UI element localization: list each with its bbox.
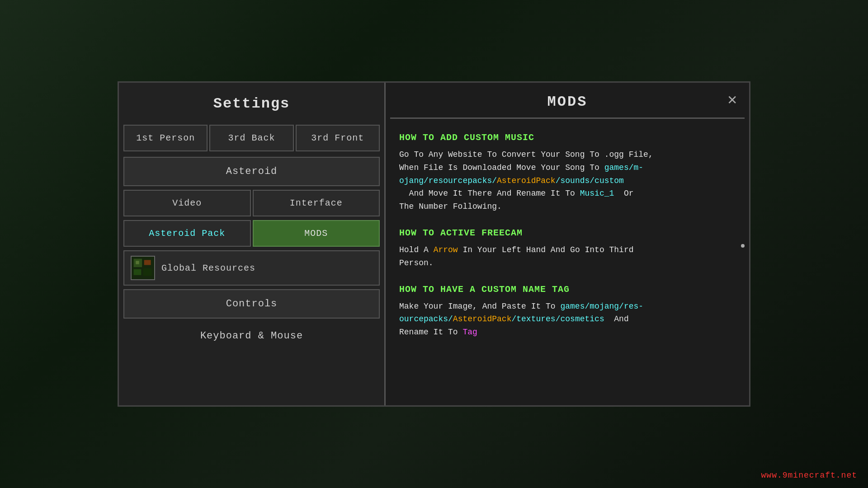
divider-line (390, 117, 745, 119)
section-title-custom-music: HOW TO ADD CUSTOM MUSIC (399, 131, 736, 145)
global-resources-icon (131, 256, 155, 280)
controls-btn[interactable]: Controls (123, 289, 380, 319)
global-resources-label: Global Resources (161, 263, 255, 273)
view-buttons-row: 1st Person 3rd Back 3rd Front (119, 121, 384, 155)
settings-title: Settings (119, 83, 384, 121)
keyboard-btn[interactable]: Keyboard & Mouse (123, 322, 380, 350)
mods-nav-btn[interactable]: MODS (253, 220, 380, 247)
scrollbar-dot (741, 244, 745, 248)
global-resources-row[interactable]: Global Resources (123, 250, 380, 286)
right-panel: MODS ✕ HOW TO ADD CUSTOM MUSIC Go To Any… (386, 83, 749, 405)
section-freecam: HOW TO ACTIVE FREECAM Hold A Arrow In Yo… (399, 226, 736, 270)
watermark: www.9minecraft.net (761, 471, 857, 480)
section-body-name-tag: Make Your Image, And Paste It To games/m… (399, 300, 736, 339)
svg-rect-6 (132, 257, 154, 279)
right-header: MODS ✕ (386, 83, 749, 117)
section-body-freecam: Hold A Arrow In Your Left Hand And Go In… (399, 244, 736, 270)
section-name-tag: HOW TO HAVE A CUSTOM NAME TAG Make Your … (399, 282, 736, 339)
mid-buttons-row: Video Interface (119, 188, 384, 218)
left-panel: Settings 1st Person 3rd Back 3rd Front A… (119, 83, 386, 405)
interface-btn[interactable]: Interface (253, 190, 380, 216)
content-area[interactable]: HOW TO ADD CUSTOM MUSIC Go To Any Websit… (386, 126, 749, 405)
main-dialog: Settings 1st Person 3rd Back 3rd Front A… (118, 81, 750, 407)
pack-buttons-row: Asteroid Pack MODS (119, 218, 384, 249)
mods-title: MODS (547, 94, 588, 110)
close-btn[interactable]: ✕ (724, 92, 740, 108)
asteroid-btn[interactable]: Asteroid (123, 157, 380, 186)
section-custom-music: HOW TO ADD CUSTOM MUSIC Go To Any Websit… (399, 131, 736, 213)
asteroid-pack-btn[interactable]: Asteroid Pack (123, 220, 251, 247)
section-title-freecam: HOW TO ACTIVE FREECAM (399, 226, 736, 240)
third-back-btn[interactable]: 3rd Back (209, 125, 293, 151)
video-btn[interactable]: Video (123, 190, 251, 216)
section-body-custom-music: Go To Any Website To Convert Your Song T… (399, 148, 736, 213)
first-person-btn[interactable]: 1st Person (123, 125, 208, 151)
section-title-name-tag: HOW TO HAVE A CUSTOM NAME TAG (399, 282, 736, 296)
third-front-btn[interactable]: 3rd Front (296, 125, 380, 151)
